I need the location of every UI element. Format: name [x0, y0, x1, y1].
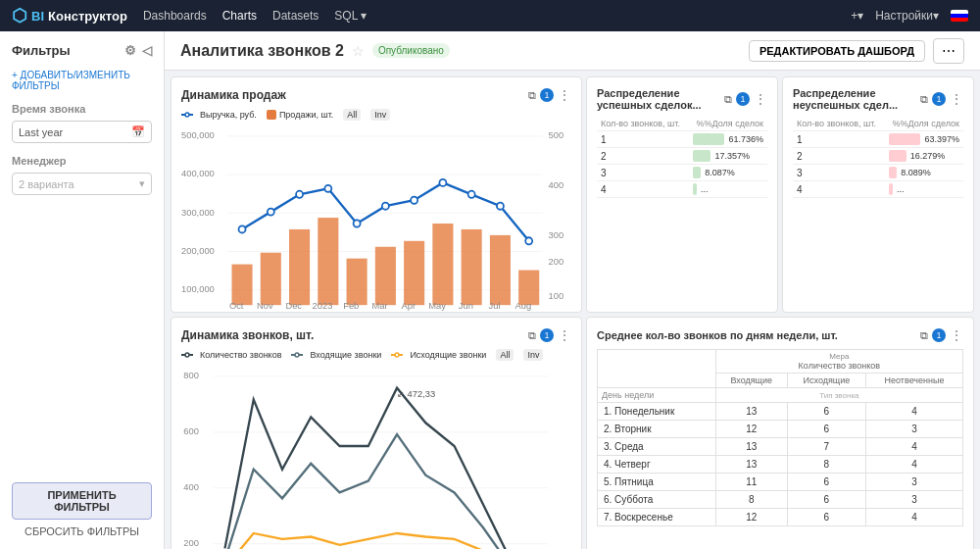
- manager-select[interactable]: 2 варианта ▾: [12, 173, 152, 195]
- avg-calls-table: Мера Количество звонков Входящие Исходящ…: [597, 349, 963, 526]
- card-actions: ⧉ 1 ⋮: [920, 91, 963, 107]
- card-title: Динамика продаж: [181, 88, 286, 102]
- missed-cell: 4: [866, 403, 963, 421]
- legend-inv-button[interactable]: Inv: [523, 349, 543, 361]
- fail-dist-table: Кол-во звонков, шт. %%Доля сделок 1 63.3…: [793, 117, 963, 198]
- filter-icon[interactable]: ⧉: [528, 89, 536, 102]
- day-cell: 7. Воскресенье: [598, 509, 716, 526]
- nav-datasets[interactable]: Datasets: [272, 9, 318, 23]
- svg-point-29: [268, 209, 274, 216]
- table-row: 1. Понедельник 13 6 4: [598, 403, 963, 421]
- legend-label-revenue: Выручка, руб.: [200, 110, 257, 120]
- row-num: 2: [597, 148, 689, 165]
- add-filter-link[interactable]: + ДОБАВИТЬ/ИЗМЕНИТЬ ФИЛЬТРЫ: [12, 70, 152, 91]
- more-icon[interactable]: ⋮: [950, 91, 963, 107]
- language-flag[interactable]: [951, 10, 968, 22]
- card-title: Динамика звонков, шт.: [181, 328, 314, 342]
- card-actions: ⧉ 1 ⋮: [920, 327, 963, 343]
- calls-dynamics-card: Динамика звонков, шт. ⧉ 1 ⋮ Количество з…: [171, 317, 582, 549]
- row-bar-cell: ...: [885, 181, 963, 198]
- svg-text:500: 500: [549, 129, 564, 140]
- sidebar-title-icons: ⚙ ◁: [124, 43, 152, 58]
- table-row: 3 8.087%: [597, 165, 767, 181]
- day-cell: 1. Понедельник: [598, 403, 716, 421]
- nav-charts[interactable]: Charts: [222, 9, 257, 23]
- table-row: 1 61.736%: [597, 131, 767, 148]
- legend-all-button[interactable]: All: [496, 349, 514, 361]
- collapse-icon[interactable]: ◁: [142, 43, 152, 58]
- legend-sales: Продажи, шт.: [267, 110, 333, 120]
- svg-point-30: [296, 191, 303, 198]
- filter-icon[interactable]: ⧉: [724, 93, 732, 106]
- legend-outgoing: Исходящие звонки: [391, 350, 486, 360]
- missed-cell: 4: [866, 509, 963, 526]
- missed-col-header: Неотвеченные: [866, 374, 963, 388]
- settings-button[interactable]: Настройки▾: [875, 9, 939, 23]
- more-icon[interactable]: ⋮: [950, 327, 963, 343]
- edit-dashboard-button[interactable]: РЕДАКТИРОВАТЬ ДАШБОРД: [749, 40, 925, 62]
- outgoing-cell: 6: [787, 421, 865, 438]
- legend-incoming: Входящие звонки: [291, 350, 381, 360]
- col-header-2: %%Доля сделок: [689, 117, 767, 131]
- nav-dashboards[interactable]: Dashboards: [143, 9, 207, 23]
- avg-calls-card: Среднее кол-во звонков по дням недели, ш…: [586, 317, 974, 549]
- outgoing-col-header: Исходящие: [787, 374, 865, 388]
- more-icon[interactable]: ⋮: [558, 327, 571, 343]
- svg-rect-21: [347, 259, 368, 306]
- sidebar-title: Фильтры ⚙ ◁: [12, 43, 152, 58]
- svg-point-37: [497, 203, 504, 210]
- dashboard-more-button[interactable]: ⋯: [933, 38, 964, 64]
- table-row: 7. Воскресенье 12 6 4: [598, 509, 963, 526]
- svg-point-33: [382, 203, 389, 210]
- svg-rect-18: [261, 253, 281, 305]
- table-row: 2 16.279%: [793, 148, 963, 165]
- row-bar-cell: 17.357%: [689, 148, 767, 165]
- sidebar: Фильтры ⚙ ◁ + ДОБАВИТЬ/ИЗМЕНИТЬ ФИЛЬТРЫ …: [0, 31, 165, 549]
- outgoing-cell: 6: [787, 509, 865, 526]
- calendar-icon: 📅: [131, 125, 145, 138]
- filter-icon[interactable]: ⧉: [920, 329, 928, 342]
- svg-rect-24: [432, 224, 453, 305]
- svg-text:Oct: Oct: [229, 300, 244, 311]
- legend-inv-button[interactable]: Inv: [370, 109, 390, 121]
- svg-text:100: 100: [549, 290, 564, 301]
- col-header-1: Кол-во звонков, шт.: [793, 117, 885, 131]
- missed-cell: 4: [866, 438, 963, 456]
- time-filter-section: Время звонка Last year 📅: [12, 103, 152, 143]
- incoming-cell: 13: [715, 438, 787, 456]
- more-icon[interactable]: ⋮: [558, 87, 571, 103]
- legend-all-button[interactable]: All: [343, 109, 361, 121]
- table-row: 4 ...: [793, 181, 963, 198]
- filter-icon[interactable]: ⧉: [528, 329, 536, 342]
- incoming-cell: 11: [715, 474, 787, 491]
- calls-col-header: Мера Количество звонков: [715, 350, 962, 374]
- svg-point-35: [439, 179, 446, 186]
- time-input[interactable]: Last year 📅: [12, 121, 152, 143]
- table-row: 2. Вторник 12 6 3: [598, 421, 963, 438]
- legend-total: Количество звонков: [181, 350, 281, 360]
- filter-icon[interactable]: ⧉: [920, 93, 928, 106]
- table-row: 1 63.397%: [793, 131, 963, 148]
- incoming-cell: 13: [715, 456, 787, 474]
- brand-name: Конструктор: [48, 9, 127, 24]
- reset-filters-button[interactable]: СБРОСИТЬ ФИЛЬТРЫ: [12, 525, 152, 537]
- card-actions: ⧉ 1 ⋮: [528, 87, 571, 103]
- add-button[interactable]: +▾: [851, 9, 863, 23]
- nav-sql[interactable]: SQL ▾: [334, 9, 367, 23]
- more-icon[interactable]: ⋮: [754, 91, 767, 107]
- svg-point-55: [395, 353, 399, 357]
- card-actions: ⧉ 1 ⋮: [724, 91, 767, 107]
- col-header-2: %%Доля сделок: [885, 117, 963, 131]
- svg-rect-23: [404, 241, 424, 305]
- row-bar-cell: 61.736%: [689, 131, 767, 148]
- apply-filters-button[interactable]: ПРИМЕНИТЬ ФИЛЬТРЫ: [12, 482, 152, 520]
- svg-text:100,000: 100,000: [181, 283, 215, 294]
- row-num: 3: [597, 165, 689, 181]
- favorite-star[interactable]: ☆: [352, 43, 365, 59]
- gear-icon[interactable]: ⚙: [124, 43, 136, 58]
- legend-revenue: Выручка, руб.: [181, 110, 257, 120]
- svg-point-51: [185, 353, 189, 357]
- outgoing-cell: 6: [787, 491, 865, 509]
- day-cell: 3. Среда: [598, 438, 716, 456]
- outgoing-cell: 6: [787, 474, 865, 491]
